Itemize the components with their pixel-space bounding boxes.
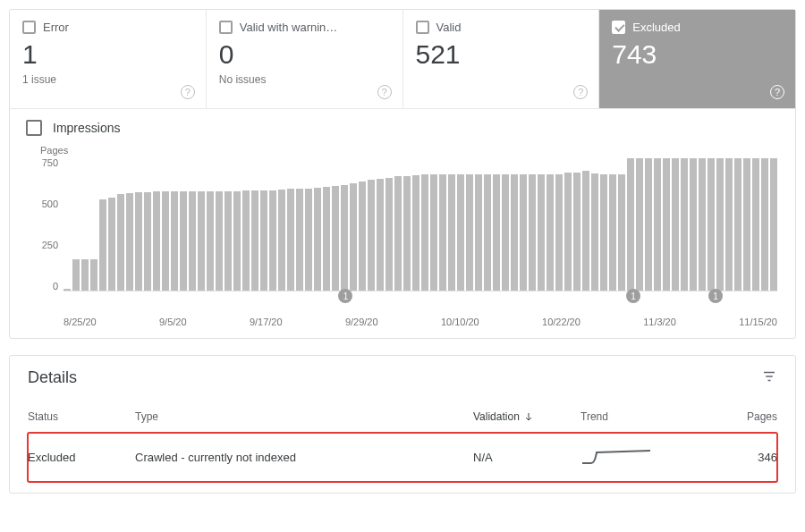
help-icon[interactable]: ? xyxy=(573,85,588,99)
chart-bar[interactable] xyxy=(126,193,133,291)
chart-bar[interactable] xyxy=(180,191,187,291)
chart-bar[interactable] xyxy=(189,191,196,291)
chart-bar[interactable] xyxy=(734,158,741,291)
chart-bar[interactable] xyxy=(627,158,634,291)
chart-bar[interactable] xyxy=(99,199,106,291)
chart-bar[interactable] xyxy=(475,174,482,291)
chart-bar[interactable] xyxy=(90,259,97,291)
chart-bar[interactable] xyxy=(564,173,572,291)
chart-bar[interactable] xyxy=(484,174,491,291)
chart-bar[interactable] xyxy=(81,259,89,291)
help-icon[interactable]: ? xyxy=(377,85,392,99)
chart-bar[interactable] xyxy=(582,171,589,291)
chart-bar[interactable] xyxy=(242,190,250,291)
chart-bar[interactable] xyxy=(493,174,500,291)
chart-bar[interactable] xyxy=(761,158,768,291)
chart-bar[interactable] xyxy=(233,191,241,291)
chart-bar[interactable] xyxy=(725,158,733,291)
chart-bar[interactable] xyxy=(538,174,545,291)
chart-bar[interactable] xyxy=(323,187,330,291)
chart-bar[interactable] xyxy=(341,185,348,291)
chart-bar[interactable] xyxy=(690,158,697,291)
chart-bar[interactable] xyxy=(305,189,312,291)
chart-bar[interactable] xyxy=(457,174,464,291)
chart-bar[interactable] xyxy=(609,174,616,291)
chart-bar[interactable] xyxy=(654,158,661,291)
chart-bar[interactable] xyxy=(287,189,294,291)
chart-y-axis: 7505002500 xyxy=(35,157,64,291)
chart-bar[interactable] xyxy=(251,190,258,291)
impressions-toggle[interactable]: Impressions xyxy=(10,109,795,139)
chart-bar[interactable] xyxy=(412,175,419,291)
chart-bar[interactable] xyxy=(699,158,706,291)
chart-bar[interactable] xyxy=(386,178,393,291)
chart-bar[interactable] xyxy=(162,191,169,291)
col-type[interactable]: Type xyxy=(135,410,473,423)
col-trend[interactable]: Trend xyxy=(580,410,706,423)
summary-tile-valid-with-warnin-[interactable]: Valid with warnin… 0 No issues ? xyxy=(207,10,403,108)
chart-bar[interactable] xyxy=(636,158,643,291)
tile-sub xyxy=(416,73,587,86)
chart-bar[interactable] xyxy=(72,259,80,291)
chart-bar[interactable] xyxy=(421,174,428,291)
summary-tile-error[interactable]: Error 1 1 issue ? xyxy=(10,10,207,108)
chart-bar[interactable] xyxy=(573,173,580,291)
chart-bar[interactable] xyxy=(314,188,321,291)
chart-bar[interactable] xyxy=(716,158,724,291)
chart-bar[interactable] xyxy=(171,191,178,291)
chart-bar[interactable] xyxy=(448,174,455,291)
chart-bar[interactable] xyxy=(207,191,214,291)
chart-bar[interactable] xyxy=(135,192,142,291)
chart-bar[interactable] xyxy=(198,191,205,291)
chart-bar[interactable] xyxy=(770,158,777,291)
col-pages[interactable]: Pages xyxy=(706,410,777,423)
chart-bar[interactable] xyxy=(144,192,151,291)
chart-bar[interactable] xyxy=(529,174,536,291)
chart-bar[interactable] xyxy=(663,158,670,291)
chart-bar[interactable] xyxy=(511,174,518,291)
chart-bar[interactable] xyxy=(403,176,411,291)
chart-bar[interactable] xyxy=(520,174,527,291)
chart-bar[interactable] xyxy=(269,190,276,291)
chart-bar[interactable] xyxy=(672,158,679,291)
chart-bar[interactable] xyxy=(153,191,160,291)
chart-bar[interactable] xyxy=(350,183,357,291)
chart-bar[interactable] xyxy=(681,158,688,291)
chart-bar[interactable] xyxy=(278,190,285,291)
chart-bar[interactable] xyxy=(216,191,223,291)
chart-bar[interactable] xyxy=(743,158,750,291)
chart-bar[interactable] xyxy=(394,176,402,291)
chart-bar[interactable] xyxy=(439,174,446,291)
chart-bar[interactable] xyxy=(555,174,563,291)
help-icon[interactable]: ? xyxy=(181,85,195,99)
chart-bar[interactable] xyxy=(108,198,115,291)
col-validation[interactable]: Validation xyxy=(473,410,580,423)
chart-bar[interactable] xyxy=(502,174,509,291)
tile-count: 1 xyxy=(22,39,193,70)
pages-chart: Pages 7505002500 111 8/25/209/5/209/17/2… xyxy=(10,139,795,333)
filter-icon[interactable] xyxy=(761,368,777,387)
table-row[interactable]: Excluded Crawled - currently not indexed… xyxy=(28,433,777,482)
help-icon[interactable]: ? xyxy=(770,85,784,99)
chart-bar[interactable] xyxy=(117,194,124,291)
chart-bar[interactable] xyxy=(466,174,473,291)
chart-bar[interactable] xyxy=(260,190,267,291)
chart-bar[interactable] xyxy=(377,179,384,291)
chart-bar[interactable] xyxy=(591,173,598,291)
chart-bar[interactable] xyxy=(708,158,715,291)
chart-bar[interactable] xyxy=(618,174,625,291)
summary-tile-excluded[interactable]: Excluded 743 ? xyxy=(599,10,795,108)
summary-tile-valid[interactable]: Valid 521 ? xyxy=(403,10,600,108)
col-status[interactable]: Status xyxy=(28,410,135,423)
chart-bar[interactable] xyxy=(600,174,607,291)
chart-bar[interactable] xyxy=(64,289,71,291)
chart-bar[interactable] xyxy=(332,186,339,291)
chart-bar[interactable] xyxy=(547,174,554,291)
chart-bar[interactable] xyxy=(359,182,366,291)
chart-bar[interactable] xyxy=(368,180,375,291)
chart-bar[interactable] xyxy=(645,158,652,291)
chart-bar[interactable] xyxy=(752,158,759,291)
chart-bar[interactable] xyxy=(430,174,437,291)
chart-bar[interactable] xyxy=(296,189,303,291)
chart-bar[interactable] xyxy=(225,191,232,291)
